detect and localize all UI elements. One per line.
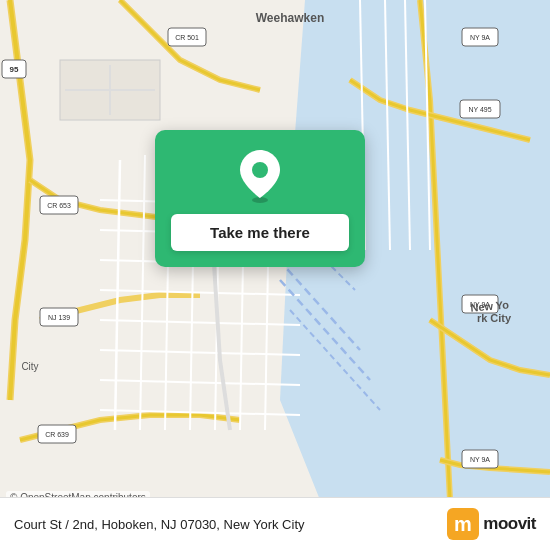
moovit-logo-icon: m <box>447 508 479 540</box>
svg-text:City: City <box>21 361 38 372</box>
svg-text:NY 495: NY 495 <box>468 106 491 113</box>
map-container: 95 CR 501 CR 653 NJ 139 CR 639 NY 9A NY … <box>0 0 550 550</box>
location-pin-icon <box>236 148 284 204</box>
svg-text:CR 501: CR 501 <box>175 34 199 41</box>
svg-rect-4 <box>0 0 330 550</box>
svg-text:NJ 139: NJ 139 <box>48 314 70 321</box>
svg-text:CR 639: CR 639 <box>45 431 69 438</box>
map-background: 95 CR 501 CR 653 NJ 139 CR 639 NY 9A NY … <box>0 0 550 550</box>
svg-text:rk City: rk City <box>477 312 512 324</box>
svg-text:NY 9A: NY 9A <box>470 456 490 463</box>
svg-text:Weehawken: Weehawken <box>256 11 324 25</box>
location-card: Take me there <box>155 130 365 267</box>
take-me-there-button[interactable]: Take me there <box>171 214 349 251</box>
svg-text:95: 95 <box>10 65 19 74</box>
moovit-logo-text: moovit <box>483 514 536 534</box>
bottom-bar: Court St / 2nd, Hoboken, NJ 07030, New Y… <box>0 497 550 550</box>
address-text: Court St / 2nd, Hoboken, NJ 07030, New Y… <box>14 517 447 532</box>
svg-text:NY 9A: NY 9A <box>470 34 490 41</box>
svg-point-56 <box>252 162 268 178</box>
svg-text:m: m <box>454 513 472 535</box>
moovit-logo: m moovit <box>447 508 536 540</box>
svg-text:CR 653: CR 653 <box>47 202 71 209</box>
